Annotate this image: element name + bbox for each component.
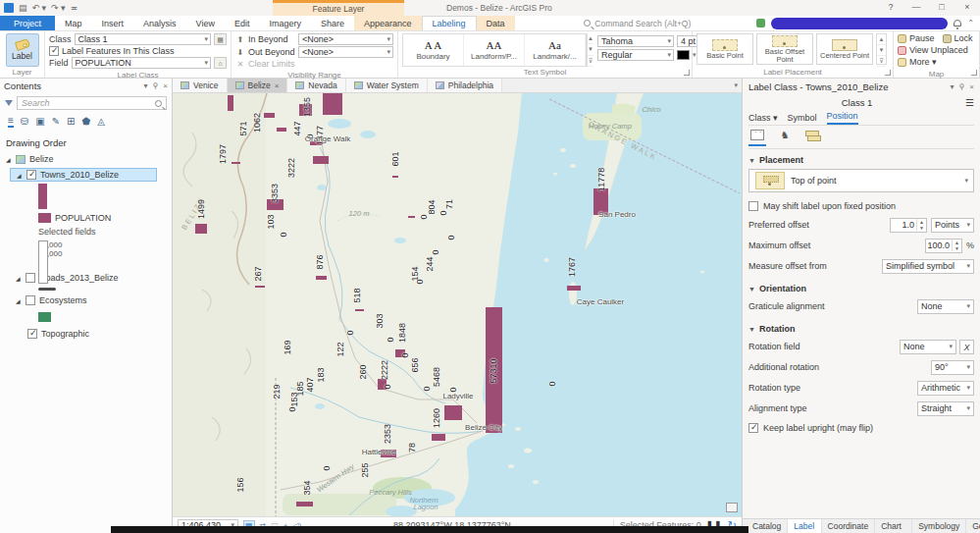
- expander-icon[interactable]: ◢: [16, 297, 22, 304]
- maximum-offset-input[interactable]: 100.0 ▲▼: [925, 239, 962, 253]
- ribbon-tab-data[interactable]: Data: [477, 16, 515, 30]
- preferred-offset-input[interactable]: 1.0 ▲▼: [890, 218, 927, 233]
- list-by-editing-icon[interactable]: ✎: [52, 116, 60, 127]
- map-tab-water-system[interactable]: Water System: [346, 79, 428, 92]
- preferred-offset-unit-select[interactable]: Points▾: [931, 218, 974, 233]
- map-canvas[interactable]: 5711062135544701477179732226013353149910…: [173, 93, 742, 516]
- dock-tab-label-class[interactable]: Label Class: [788, 519, 821, 533]
- ribbon-tab-map[interactable]: Map: [55, 16, 92, 30]
- clear-limits-button[interactable]: Clear Limits: [248, 59, 295, 69]
- ribbon-tab-edit[interactable]: Edit: [225, 16, 260, 30]
- contents-menu-icon[interactable]: ▾: [143, 81, 147, 90]
- account-name-redacted[interactable]: [771, 18, 948, 29]
- list-by-drawing-order-icon[interactable]: ≡: [8, 115, 14, 128]
- map-tab-venice[interactable]: Venice: [173, 79, 228, 92]
- lock-labels-button[interactable]: Lock: [943, 33, 973, 43]
- expander-icon[interactable]: ◢: [16, 275, 22, 282]
- text-symbol-dialog-launcher[interactable]: [684, 70, 690, 76]
- close-tab-icon[interactable]: ×: [275, 81, 280, 90]
- label-class-tab-position[interactable]: Position: [827, 111, 858, 125]
- map-tab-nevada[interactable]: Nevada: [287, 79, 345, 92]
- close-button[interactable]: ×: [954, 0, 980, 16]
- ribbon-tab-appearance[interactable]: Appearance: [354, 16, 422, 30]
- alignment-type-select[interactable]: Straight▾: [917, 401, 974, 416]
- in-beyond-select[interactable]: <None>▾: [298, 33, 393, 45]
- orientation-section-header[interactable]: ▼Orientation: [748, 284, 974, 293]
- ribbon-tab-view[interactable]: View: [186, 16, 225, 30]
- label-toggle-button[interactable]: Label: [6, 33, 39, 67]
- label-class-tab-symbol[interactable]: Symbol: [788, 113, 817, 125]
- placement-item-basic-offset-point[interactable]: Basic Offset Point: [756, 33, 813, 65]
- layer-item-ecosystems[interactable]: ◢ Ecosystems: [10, 293, 172, 307]
- layer-item-belize-map[interactable]: ◢ Belize: [0, 152, 172, 166]
- ribbon-tab-labeling[interactable]: Labeling: [422, 16, 477, 30]
- ribbon-tab-analysis[interactable]: Analysis: [133, 16, 186, 30]
- text-symbol-item-1[interactable]: A ABoundary: [403, 34, 464, 66]
- field-select[interactable]: POPULATION▾: [72, 57, 211, 69]
- placement-item-centered-point[interactable]: Centered Point: [816, 33, 873, 65]
- roads-layer-checkbox[interactable]: [26, 273, 35, 283]
- redo-icon[interactable]: ↷ ▾: [51, 3, 66, 13]
- rotation-field-select[interactable]: None▾: [900, 340, 956, 354]
- minimize-button[interactable]: —: [903, 0, 929, 16]
- customize-qat-icon[interactable]: ≖: [71, 3, 78, 13]
- layer-item-towns[interactable]: ◢ Towns_2010_Belize: [10, 168, 157, 182]
- dock-tab-symbology[interactable]: Symbology: [912, 519, 966, 533]
- filter-icon[interactable]: [5, 100, 13, 106]
- rotation-section-header[interactable]: ▼Rotation: [748, 324, 974, 334]
- expander-icon[interactable]: ◢: [17, 172, 23, 179]
- map-tab-belize[interactable]: Belize×: [228, 79, 288, 92]
- ribbon-tab-imagery[interactable]: Imagery: [259, 16, 311, 30]
- additional-rotation-select[interactable]: 90°▾: [931, 360, 974, 375]
- pane-close-icon[interactable]: ×: [969, 82, 974, 91]
- fitting-strategy-icon-tab[interactable]: ♞: [776, 130, 794, 146]
- notifications-bell-icon[interactable]: [954, 20, 961, 27]
- more-menu-button[interactable]: More ▾: [898, 57, 937, 67]
- layer-item-topographic[interactable]: Topographic: [22, 327, 172, 341]
- dock-tab-coordinate-c-[interactable]: Coordinate C...: [822, 519, 876, 533]
- placement-section-header[interactable]: ▼Placement: [748, 155, 974, 165]
- ecosystems-layer-checkbox[interactable]: [26, 295, 35, 305]
- ribbon-tab-project[interactable]: Project: [0, 16, 55, 30]
- text-color-swatch[interactable]: [677, 50, 690, 60]
- population-legend-item[interactable]: POPULATION: [0, 211, 172, 225]
- placement-up-icon[interactable]: ▲: [877, 34, 886, 45]
- spin-down-icon[interactable]: ▼: [953, 245, 961, 251]
- placement-properties-icon-tab[interactable]: [748, 130, 766, 146]
- dock-tab-catalog[interactable]: Catalog: [747, 519, 788, 533]
- conflict-resolution-icon-tab[interactable]: [803, 130, 821, 146]
- placement-item-basic-point[interactable]: Basic Point: [696, 33, 753, 65]
- list-by-data-source-icon[interactable]: ⛁: [21, 116, 28, 127]
- label-placement-dialog-launcher[interactable]: [885, 70, 891, 76]
- expression-builder-icon[interactable]: ⌂: [214, 57, 227, 69]
- text-symbol-item-3[interactable]: AaLandmark/...: [525, 34, 586, 66]
- contents-search-input[interactable]: Search: [17, 96, 167, 110]
- collapse-ribbon-icon[interactable]: ⌃: [967, 19, 974, 27]
- map-tab-philadelphia[interactable]: Philadelphia: [428, 79, 502, 92]
- view-unplaced-button[interactable]: View Unplaced: [898, 45, 968, 55]
- topographic-checkbox[interactable]: [27, 329, 37, 339]
- text-symbol-item-2[interactable]: AALandform/P...: [464, 34, 525, 66]
- list-by-labeling-icon[interactable]: ⬟: [81, 116, 90, 127]
- placement-position-select[interactable]: Top of point ▾: [748, 169, 974, 192]
- label-class-options-icon[interactable]: ▦: [214, 33, 227, 45]
- placement-down-icon[interactable]: ▼: [877, 45, 886, 56]
- graticule-alignment-select[interactable]: None▾: [917, 299, 974, 314]
- dock-tab-geoproces-[interactable]: Geoproces...: [966, 519, 980, 533]
- font-select[interactable]: Tahoma▾: [597, 35, 674, 47]
- label-features-checkbox[interactable]: [49, 46, 59, 56]
- out-beyond-select[interactable]: <None>▾: [298, 46, 393, 58]
- map-dialog-launcher[interactable]: [971, 70, 977, 76]
- list-by-perspective-icon[interactable]: ◬: [97, 116, 105, 127]
- towns-layer-checkbox[interactable]: [26, 170, 36, 180]
- maximize-button[interactable]: □: [929, 0, 954, 16]
- tab-list-chevron-icon[interactable]: ▾: [734, 81, 738, 89]
- measure-offset-select[interactable]: Simplified symbol▾: [882, 259, 974, 274]
- dock-tab-chart-prop-[interactable]: Chart Prop...: [875, 519, 912, 533]
- map-overview-button[interactable]: [726, 503, 738, 512]
- class-select[interactable]: Class 1▾: [75, 33, 211, 45]
- font-style-select[interactable]: Regular▾: [597, 49, 674, 61]
- pane-menu-icon[interactable]: ▾: [950, 82, 954, 91]
- undo-icon[interactable]: ↶ ▾: [32, 3, 47, 13]
- pause-labeling-button[interactable]: Pause: [898, 33, 935, 43]
